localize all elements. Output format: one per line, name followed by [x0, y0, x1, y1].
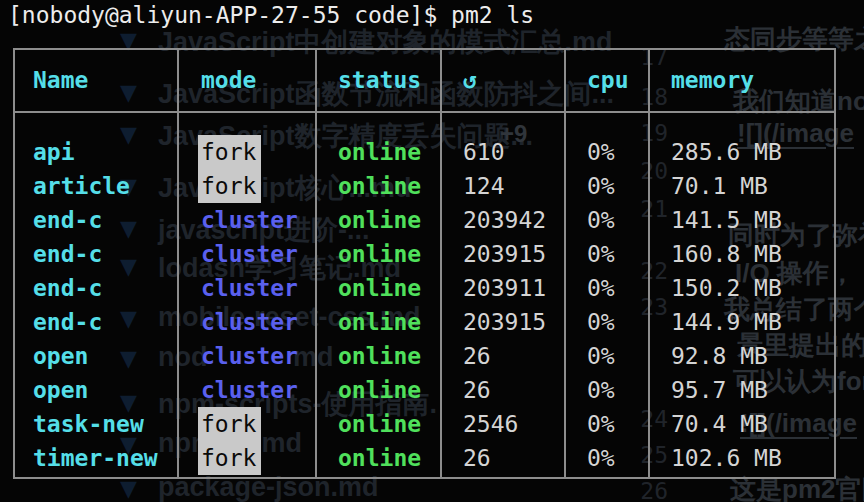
header-divider	[15, 111, 834, 113]
process-row: end-cclusteronline2039110%150.2 MB	[15, 271, 834, 305]
cell-mode: fork	[177, 169, 315, 203]
cell-status: online	[315, 271, 440, 305]
cell-name: article	[15, 169, 177, 203]
process-row: end-cclusteronline2039150%144.9 MB	[15, 305, 834, 339]
cell-mode: fork	[177, 135, 315, 169]
shell-prompt: [nobody@aliyun-APP-27-55 code]$ pm2 ls	[8, 2, 534, 28]
cell-restarts: 203915	[440, 237, 564, 271]
cell-memory: 141.5 MB	[648, 203, 834, 237]
table-body: apiforkonline6100%285.6 MBarticleforkonl…	[15, 135, 834, 475]
process-row: articleforkonline1240%70.1 MB	[15, 169, 834, 203]
col-header-cpu: cpu	[564, 50, 648, 111]
process-row: apiforkonline6100%285.6 MB	[15, 135, 834, 169]
cell-name: end-c	[15, 203, 177, 237]
cell-name: end-c	[15, 305, 177, 339]
process-row: timer-newforkonline260%102.6 MB	[15, 441, 834, 475]
cell-cpu: 0%	[564, 305, 648, 339]
cell-cpu: 0%	[564, 339, 648, 373]
col-header-status: status	[315, 50, 440, 111]
cell-status: online	[315, 237, 440, 271]
cell-cpu: 0%	[564, 135, 648, 169]
cell-status: online	[315, 203, 440, 237]
cell-name: task-new	[15, 407, 177, 441]
terminal-window[interactable]: ▼JavaScript中创建对象的模式汇总.md▼JavaScript函数节流和…	[0, 0, 864, 502]
process-row: end-cclusteronline2039150%160.8 MB	[15, 237, 834, 271]
cell-status: online	[315, 339, 440, 373]
cell-memory: 160.8 MB	[648, 237, 834, 271]
cell-mode: cluster	[177, 271, 315, 305]
cell-name: timer-new	[15, 441, 177, 475]
cell-cpu: 0%	[564, 407, 648, 441]
cell-cpu: 0%	[564, 237, 648, 271]
cell-memory: 92.8 MB	[648, 339, 834, 373]
pm2-process-table: Namemodestatus↺cpumemory apiforkonline61…	[13, 48, 836, 479]
column-divider	[564, 50, 566, 477]
cell-restarts: 26	[440, 441, 564, 475]
cell-memory: 102.6 MB	[648, 441, 834, 475]
cell-memory: 144.9 MB	[648, 305, 834, 339]
column-divider	[440, 50, 442, 477]
cell-status: online	[315, 407, 440, 441]
cell-name: open	[15, 339, 177, 373]
cell-memory: 150.2 MB	[648, 271, 834, 305]
cell-memory: 285.6 MB	[648, 135, 834, 169]
cell-cpu: 0%	[564, 271, 648, 305]
cell-name: end-c	[15, 237, 177, 271]
cell-mode: fork	[177, 441, 315, 475]
process-row: openclusteronline260%92.8 MB	[15, 339, 834, 373]
cell-status: online	[315, 373, 440, 407]
cell-restarts: 203915	[440, 305, 564, 339]
cell-restarts: 203942	[440, 203, 564, 237]
cell-mode: cluster	[177, 203, 315, 237]
process-row: task-newforkonline25460%70.4 MB	[15, 407, 834, 441]
cell-mode: cluster	[177, 237, 315, 271]
cell-restarts: 124	[440, 169, 564, 203]
column-divider	[315, 50, 317, 477]
cell-name: api	[15, 135, 177, 169]
cell-memory: 70.1 MB	[648, 169, 834, 203]
cell-name: end-c	[15, 271, 177, 305]
cell-status: online	[315, 135, 440, 169]
cell-cpu: 0%	[564, 169, 648, 203]
col-header-name: Name	[15, 50, 177, 111]
cell-memory: 95.7 MB	[648, 373, 834, 407]
fork-mode-badge: fork	[198, 135, 261, 169]
cell-memory: 70.4 MB	[648, 407, 834, 441]
cell-mode: cluster	[177, 339, 315, 373]
col-header-mode: mode	[177, 50, 315, 111]
table-header-row: Namemodestatus↺cpumemory	[15, 50, 834, 111]
cell-status: online	[315, 169, 440, 203]
process-row: openclusteronline260%95.7 MB	[15, 373, 834, 407]
cell-cpu: 0%	[564, 373, 648, 407]
cell-restarts: 203911	[440, 271, 564, 305]
cell-restarts: 2546	[440, 407, 564, 441]
column-divider	[648, 50, 650, 477]
cell-restarts: 26	[440, 339, 564, 373]
col-header-memory: memory	[648, 50, 834, 111]
cell-cpu: 0%	[564, 441, 648, 475]
process-row: end-cclusteronline2039420%141.5 MB	[15, 203, 834, 237]
line-number: 26	[638, 478, 668, 502]
cell-mode: cluster	[177, 305, 315, 339]
file-download-icon: ▼	[120, 476, 137, 501]
cell-restarts: 610	[440, 135, 564, 169]
cell-cpu: 0%	[564, 203, 648, 237]
cell-status: online	[315, 305, 440, 339]
cell-restarts: 26	[440, 373, 564, 407]
fork-mode-badge: fork	[198, 441, 261, 475]
column-divider	[177, 50, 179, 477]
cell-status: online	[315, 441, 440, 475]
cell-mode: cluster	[177, 373, 315, 407]
fork-mode-badge: fork	[198, 169, 261, 203]
cell-mode: fork	[177, 407, 315, 441]
cell-name: open	[15, 373, 177, 407]
fork-mode-badge: fork	[198, 407, 261, 441]
restart-icon: ↺	[440, 50, 564, 111]
